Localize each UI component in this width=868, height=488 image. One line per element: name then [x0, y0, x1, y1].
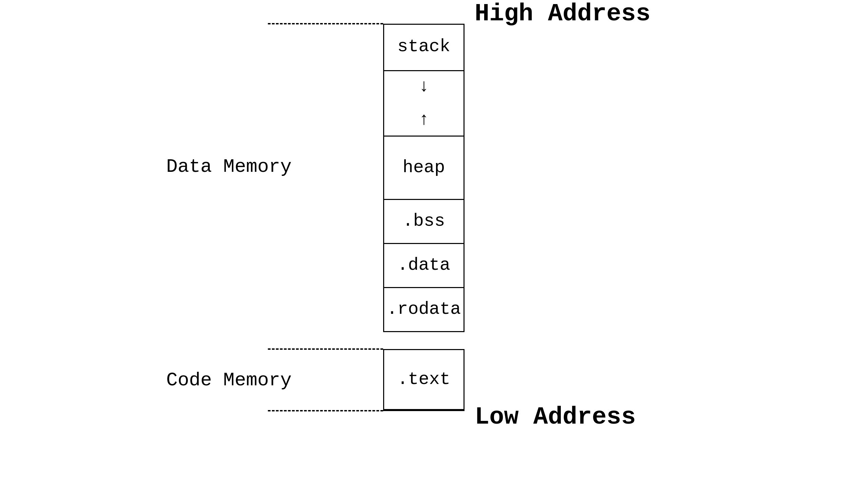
- heap-segment: heap: [383, 136, 465, 200]
- data-memory-label: Data Memory: [166, 156, 292, 178]
- memory-diagram: stack ↓ ↑ heap .bss .data: [281, 14, 587, 481]
- text-label: .text: [397, 369, 450, 390]
- data-segment: .data: [383, 244, 465, 288]
- memory-column: stack ↓ ↑ heap .bss .data: [383, 24, 465, 464]
- bottom-dashed-line: [268, 410, 383, 411]
- middle-dashed-line: [268, 348, 383, 350]
- arrow-up-icon: ↑: [418, 111, 429, 129]
- stack-label: stack: [397, 36, 450, 57]
- low-address-label: Low Address: [475, 403, 636, 431]
- top-dashed-line: [268, 23, 383, 24]
- text-segment: .text: [383, 349, 465, 410]
- stack-segment: stack: [383, 24, 465, 71]
- rodata-label: .rodata: [387, 299, 461, 320]
- arrow-down-icon: ↓: [418, 78, 429, 96]
- code-memory-label: Code Memory: [166, 369, 292, 391]
- bottom-border: [383, 410, 465, 411]
- rodata-segment: .rodata: [383, 288, 465, 332]
- high-address-label: High Address: [475, 0, 650, 28]
- gap-segment: ↓ ↑: [383, 71, 465, 136]
- bss-segment: .bss: [383, 200, 465, 244]
- diagram-container: stack ↓ ↑ heap .bss .data: [0, 0, 868, 488]
- data-label: .data: [397, 255, 450, 276]
- bss-label: .bss: [403, 211, 445, 232]
- heap-label: heap: [403, 157, 445, 178]
